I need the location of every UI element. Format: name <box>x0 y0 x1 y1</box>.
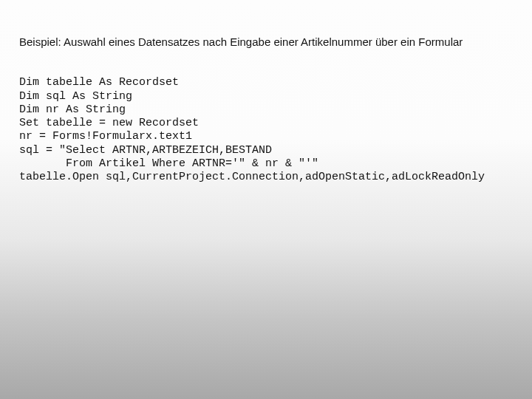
code-line: Dim sql As String <box>19 90 132 103</box>
code-line: Set tabelle = new Recordset <box>19 117 199 129</box>
code-line: Dim tabelle As Recordset <box>19 76 179 89</box>
code-line: sql = "Select ARTNR,ARTBEZEICH,BESTAND <box>19 144 272 157</box>
code-line: tabelle.Open sql,CurrentProject.Connecti… <box>19 171 485 183</box>
code-block: Dim tabelle As Recordset Dim sql As Stri… <box>19 63 513 185</box>
slide-heading: Beispiel: Auswahl eines Datensatzes nach… <box>19 35 513 48</box>
code-line: Dim nr As String <box>19 103 126 116</box>
slide: Beispiel: Auswahl eines Datensatzes nach… <box>0 0 532 200</box>
code-line: nr = Forms!Formularx.text1 <box>19 130 192 143</box>
code-line: From Artikel Where ARTNR='" & nr & "'" <box>19 157 318 170</box>
